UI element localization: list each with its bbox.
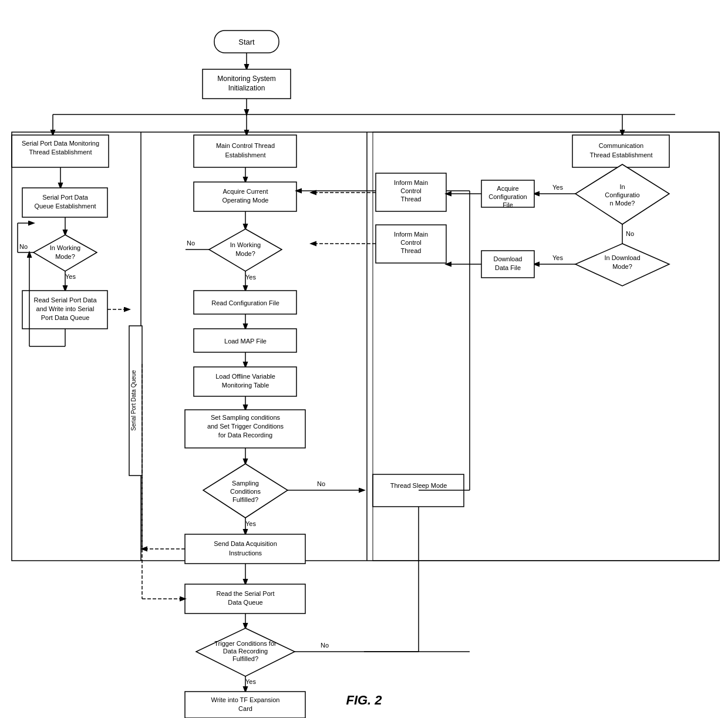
flowchart-svg: Start Monitoring System Initialization S… (0, 0, 728, 718)
svg-text:Inform Main: Inform Main (394, 231, 428, 238)
svg-text:Initialization: Initialization (228, 84, 265, 92)
svg-text:Start: Start (238, 38, 255, 46)
svg-text:Establishment: Establishment (225, 151, 265, 159)
svg-text:Mode?: Mode? (235, 250, 255, 257)
svg-text:Port Data Queue: Port Data Queue (41, 314, 90, 321)
svg-text:No: No (19, 243, 28, 250)
svg-text:n Mode?: n Mode? (610, 200, 635, 207)
svg-text:Thread: Thread (401, 247, 422, 254)
svg-text:Data Recording: Data Recording (223, 648, 268, 655)
svg-text:Yes: Yes (245, 520, 256, 527)
svg-text:and Write into Serial: and Write into Serial (36, 305, 95, 312)
svg-text:Control: Control (400, 239, 421, 246)
svg-text:No: No (187, 240, 195, 247)
svg-text:Configuration: Configuration (488, 193, 527, 200)
svg-text:Main Control Thread: Main Control Thread (216, 142, 275, 149)
svg-text:Thread Establishment: Thread Establishment (590, 151, 653, 159)
svg-text:Data Queue: Data Queue (228, 599, 262, 606)
svg-text:Read Configuration File: Read Configuration File (211, 299, 279, 306)
svg-text:In Download: In Download (604, 254, 640, 261)
svg-text:Write into TF Expansion: Write into TF Expansion (211, 696, 280, 703)
svg-text:Inform Main: Inform Main (394, 179, 428, 186)
svg-text:In: In (619, 183, 625, 190)
svg-text:Thread Establishment: Thread Establishment (29, 149, 92, 156)
svg-text:In Working: In Working (50, 244, 80, 251)
svg-text:Mode?: Mode? (55, 253, 75, 260)
svg-rect-80 (185, 534, 305, 564)
svg-text:Monitoring System: Monitoring System (217, 75, 275, 83)
svg-text:Mode?: Mode? (612, 263, 632, 270)
svg-text:Send Data Acquisition: Send Data Acquisition (214, 540, 277, 547)
figure-label: FIG. 2 (346, 693, 382, 707)
svg-text:Read the Serial Port: Read the Serial Port (216, 590, 274, 597)
svg-rect-0 (0, 0, 728, 718)
svg-text:Acquire: Acquire (497, 185, 518, 192)
svg-text:Read Serial Port Data: Read Serial Port Data (34, 296, 97, 304)
svg-text:Monitoring Table: Monitoring Table (222, 382, 269, 389)
svg-text:Communication: Communication (599, 142, 643, 149)
svg-text:Operating Mode: Operating Mode (223, 197, 269, 204)
svg-text:Yes: Yes (552, 184, 563, 191)
svg-text:In Working: In Working (230, 241, 261, 248)
svg-text:No: No (317, 480, 325, 487)
svg-text:Load MAP File: Load MAP File (224, 338, 267, 345)
svg-text:Yes: Yes (552, 254, 563, 261)
svg-text:Card: Card (238, 705, 252, 712)
svg-text:Configuratio: Configuratio (605, 191, 639, 198)
svg-text:Set Sampling conditions: Set Sampling conditions (211, 414, 281, 421)
svg-text:Sampling: Sampling (232, 480, 259, 487)
svg-text:Serial Port Data: Serial Port Data (42, 194, 89, 201)
svg-text:Trigger Conditions for: Trigger Conditions for (214, 640, 277, 647)
svg-text:for Data Recording: for Data Recording (218, 432, 272, 439)
svg-text:Queue Establishment: Queue Establishment (34, 203, 96, 210)
svg-text:Download: Download (494, 255, 523, 262)
svg-text:Control: Control (400, 187, 421, 194)
svg-text:Yes: Yes (245, 274, 256, 281)
svg-text:Acquire Current: Acquire Current (223, 188, 268, 195)
svg-text:Serial Port Data Queue: Serial Port Data Queue (130, 370, 137, 431)
svg-text:Thread: Thread (401, 195, 422, 203)
page-container: Start Monitoring System Initialization S… (0, 0, 728, 718)
svg-text:Thread Sleep Mode: Thread Sleep Mode (390, 482, 447, 489)
svg-text:No: No (626, 230, 634, 237)
svg-text:No: No (321, 642, 329, 649)
svg-text:Serial Port Data Monitoring: Serial Port Data Monitoring (22, 140, 99, 147)
svg-text:Load Offline Variable: Load Offline Variable (215, 373, 275, 380)
svg-text:File: File (503, 201, 513, 208)
svg-text:and Set Trigger Conditions: and Set Trigger Conditions (207, 423, 284, 430)
svg-text:Instructions: Instructions (229, 550, 262, 557)
svg-text:Fulfilled?: Fulfilled? (232, 655, 258, 662)
svg-text:Data File: Data File (495, 264, 521, 271)
svg-text:Yes: Yes (65, 273, 76, 280)
svg-text:Yes: Yes (245, 678, 256, 685)
svg-text:Conditions: Conditions (230, 488, 261, 495)
svg-text:Fulfilled?: Fulfilled? (232, 496, 258, 503)
